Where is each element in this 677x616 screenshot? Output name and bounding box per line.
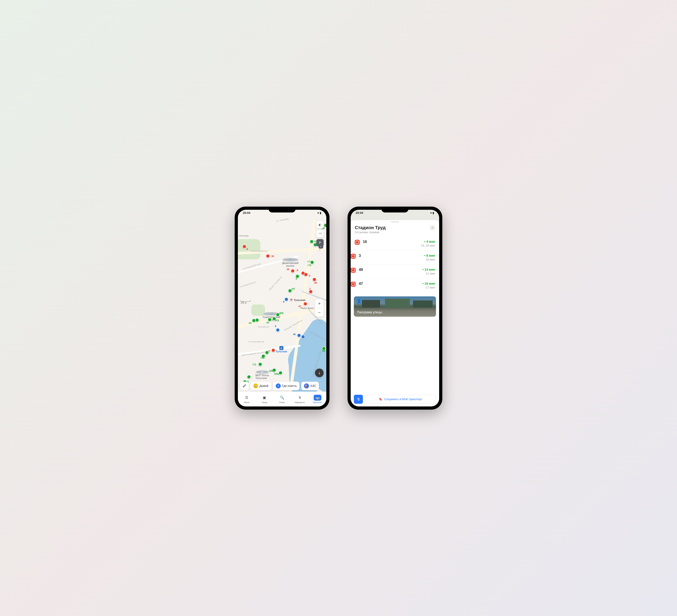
phone-map: ул. Татищева Серпуховский Вал 2-й Рощинс…: [235, 206, 329, 410]
close-icon: ✕: [431, 226, 434, 229]
route-eta: 8 мин: [424, 254, 435, 257]
route-row[interactable]: 16 4 мин 14, 28 мин: [351, 237, 439, 250]
route-eta: 4 мин: [421, 240, 435, 243]
chip-label: Домой: [260, 384, 269, 387]
bus-marker[interactable]: [265, 350, 269, 354]
compass-button[interactable]: [315, 369, 324, 377]
tram-icon: [351, 282, 356, 287]
voice-search-button[interactable]: 🎤: [240, 382, 249, 390]
marker-label: т10: [260, 357, 265, 359]
stop-sheet: Стадион Труд Остановка трамвая ✕ 16 4 ми…: [351, 220, 439, 407]
metro-marker[interactable]: [284, 297, 288, 301]
chip-food[interactable]: 🍴Где поесть: [273, 382, 300, 390]
map-controls-top: ◐ т10 P: [316, 221, 324, 246]
bus-marker[interactable]: [324, 223, 326, 227]
layers-button[interactable]: ◐: [316, 221, 324, 228]
chip-home[interactable]: 🏠Домой: [251, 382, 271, 390]
poi-mut-hotel[interactable]: 🛏 MUT Отель Тульская: [256, 370, 269, 379]
battery-icon: ▮: [320, 211, 321, 215]
marker-label: 44: [249, 322, 252, 324]
poi-tulskaya-metro[interactable]: М Тульская: [290, 298, 305, 302]
poi-label: Тульская: [276, 350, 287, 353]
marker-label: т71: [307, 264, 311, 267]
chip-gas[interactable]: ⛽АЗС: [301, 382, 319, 390]
close-button[interactable]: ✕: [430, 225, 435, 231]
bus-marker[interactable]: [258, 362, 262, 366]
route-next: 14, 28 мин: [421, 244, 435, 247]
nav-routes[interactable]: ↯Маршруты: [291, 392, 309, 407]
extra-button[interactable]: т10: [316, 230, 324, 237]
marker-label: А: [309, 274, 311, 277]
sheet-header: Стадион Труд Остановка трамвая ✕: [351, 224, 439, 237]
tram-marker[interactable]: [271, 348, 275, 352]
tram-marker[interactable]: [242, 244, 246, 248]
street-label: ул. Татищева: [276, 218, 289, 222]
bus-marker[interactable]: [247, 375, 251, 379]
tram-marker[interactable]: [266, 254, 270, 258]
hotel-icon: 🛏: [256, 370, 269, 374]
route-number: 47: [359, 282, 422, 286]
poi-label: Авангарда: [239, 235, 249, 237]
street-label: 2-й Тульский пер.: [248, 341, 265, 343]
route-number: 49: [359, 268, 422, 272]
zoom-in-button[interactable]: +: [315, 299, 324, 308]
street-label: 3-я Рощинская ул.: [239, 281, 256, 288]
rail-icon: 🚆: [279, 346, 283, 350]
street-panorama[interactable]: 👤 Панорама улицы: [354, 296, 436, 317]
marker-label: А: [246, 248, 248, 250]
poi-tulskaya-rail[interactable]: 🚆 Тульская: [276, 346, 287, 353]
route-number: 16: [363, 240, 421, 244]
build-route-button[interactable]: ↯: [354, 395, 363, 404]
poi-label: MUT Отель Тульская: [256, 374, 269, 379]
battery-icon: ▮: [433, 211, 434, 215]
nav-search[interactable]: 🔍Поиск: [273, 392, 291, 407]
detail-screen: 20:04 ▾ ▮ Стадион Труд Остановка трамвая…: [351, 210, 439, 407]
parking-toggle[interactable]: P: [316, 239, 324, 246]
bus-marker[interactable]: [252, 319, 256, 323]
gas-icon: ⛽: [304, 383, 309, 388]
metro-marker[interactable]: [301, 335, 305, 339]
metro-marker[interactable]: [276, 328, 280, 332]
nav-label: Меню: [244, 401, 250, 404]
save-transport-button[interactable]: 🔖 Сохранить в Мой транспорт: [365, 395, 436, 404]
tram-marker[interactable]: [309, 290, 313, 294]
nav-menu[interactable]: ☰Меню: [238, 392, 256, 407]
map-canvas[interactable]: ул. Татищева Серпуховский Вал 2-й Рощинс…: [238, 210, 326, 407]
route-eta: 16 мин: [422, 282, 435, 285]
poi-danilovsky[interactable]: 🛒 Даниловский рынок: [282, 257, 299, 267]
route-next: 16 мин: [424, 258, 435, 261]
sheet-handle[interactable]: [391, 222, 399, 223]
route-next: 17 мин: [422, 286, 435, 289]
map-screen: ул. Татищева Серпуховский Вал 2-й Рощинс…: [238, 210, 326, 407]
tram-icon: [355, 240, 360, 245]
route-icon: ↯: [357, 397, 360, 402]
bus-marker[interactable]: [310, 240, 314, 244]
tram-marker[interactable]: [291, 269, 295, 273]
svg-marker-0: [319, 371, 320, 373]
status-icons: ▾ ▮: [318, 211, 321, 215]
zoom-out-button[interactable]: −: [315, 308, 324, 317]
marker-label: 99: [322, 349, 325, 352]
tram-marker[interactable]: [303, 302, 307, 306]
bookmark-icon: 🔖: [379, 397, 382, 401]
route-row[interactable]: 49 14 мин 21 мин: [361, 264, 439, 278]
bottom-nav: ☰Меню ▣Город 🔍Поиск ↯Маршруты 🚌Транспорт: [238, 391, 326, 407]
phone-detail: 20:04 ▾ ▮ Стадион Труд Остановка трамвая…: [348, 206, 442, 410]
metro-marker[interactable]: [297, 333, 301, 337]
nav-label: Поиск: [279, 401, 285, 404]
marker-label: 39: [286, 268, 289, 271]
phone-notch: [269, 208, 296, 212]
status-icons: ▾ ▮: [431, 211, 434, 215]
nav-transport[interactable]: 🚌Транспорт: [309, 392, 326, 407]
tram-marker[interactable]: [304, 273, 308, 277]
market-icon: 🛒: [282, 257, 299, 262]
route-row[interactable]: 3 8 мин 16 мин: [361, 250, 439, 264]
street-label: Малая Тульская ул.: [269, 275, 283, 290]
marker-label: 8: [275, 325, 276, 328]
route-row[interactable]: 47 16 мин 17 мин: [361, 278, 439, 292]
tram-icon: [351, 254, 356, 259]
poi-label: Даниловский рынок: [282, 262, 299, 267]
mic-icon: 🎤: [242, 384, 246, 387]
tram-marker[interactable]: [312, 277, 316, 282]
nav-city[interactable]: ▣Город: [256, 392, 273, 407]
